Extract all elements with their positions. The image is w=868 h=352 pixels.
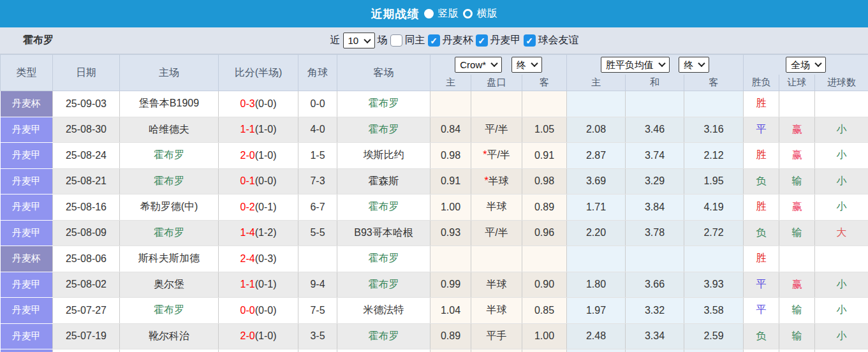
- table-row: 丹麦甲 25-08-21 霍布罗 0-1(0-0) 7-3 霍森斯 0.91 *…: [1, 168, 868, 194]
- avg-away-odds: 3.93: [684, 272, 744, 298]
- bookmaker-select[interactable]: Crow*: [455, 57, 502, 73]
- crow-away-odds: [522, 349, 567, 352]
- same-home-checkbox[interactable]: [390, 34, 402, 47]
- away-team: 霍布罗: [337, 272, 430, 298]
- average-select-wrap: 胜平负均值: [601, 57, 670, 73]
- match-date: 25-08-24: [53, 143, 120, 169]
- match-date: 25-08-09: [53, 220, 120, 246]
- league-badge: 丹麦甲: [1, 323, 53, 349]
- avg-draw-odds: 3.32: [626, 298, 684, 324]
- average-time-select[interactable]: 终: [679, 57, 709, 73]
- scope-select[interactable]: 全场: [786, 57, 826, 73]
- results-tbody: 丹麦杯 25-09-03 堡鲁本B1909 0-3(0-0) 0-0 霍布罗 胜…: [1, 91, 868, 352]
- away-team: 霍布罗: [337, 194, 430, 221]
- halftime-score: (1-0): [255, 330, 277, 341]
- score-cell: 0-2(0-1): [219, 194, 298, 221]
- handicap-text: 平/半: [485, 124, 508, 135]
- result-handicap: 赢: [779, 117, 815, 143]
- away-team: B93哥本哈根: [337, 220, 430, 246]
- bookmaker-time-select[interactable]: 终: [511, 57, 542, 73]
- avg-home-odds: 3.69: [567, 168, 626, 194]
- avg-away-odds: 3.58: [684, 298, 744, 324]
- halftime-score: (0-0): [255, 175, 277, 186]
- handicap-text: 平手: [487, 330, 507, 341]
- home-team: 希勒罗德(中): [120, 194, 219, 221]
- avg-home-odds: [567, 246, 626, 272]
- crow-handicap: [471, 246, 522, 272]
- score-cell: 1-1(1-0): [219, 117, 298, 143]
- sub-header-avg-home: 主: [567, 75, 626, 91]
- corner-score: 3-5: [298, 323, 337, 349]
- avg-draw-odds: 3.46: [626, 117, 684, 143]
- horizontal-layout-label[interactable]: 横版: [477, 7, 497, 20]
- away-team: 霍布罗: [337, 323, 430, 349]
- scope-select-wrap: 全场: [786, 57, 826, 73]
- average-time-select-wrap: 终: [679, 57, 709, 73]
- vertical-layout-radio[interactable]: [424, 9, 434, 18]
- result-goals: 小: [815, 272, 868, 298]
- result-goals: 小: [815, 143, 868, 169]
- result-wdl: 负: [744, 323, 779, 349]
- fulltime-score: 2-4: [240, 253, 255, 264]
- avg-draw-odds: 3.29: [626, 168, 684, 194]
- col-header-score: 比分(半场): [219, 55, 298, 91]
- avg-away-odds: 2.72: [684, 220, 744, 246]
- corner-score: 5-5: [298, 220, 337, 246]
- recent-count-select[interactable]: 10: [343, 33, 375, 48]
- result-handicap: 赢: [779, 272, 815, 298]
- avg-away-odds: 3.16: [684, 117, 744, 143]
- result-wdl: 负: [744, 220, 779, 246]
- crow-home-odds: 0.93: [430, 220, 471, 246]
- crow-away-odds: 0.89: [522, 194, 567, 221]
- league-badge: 丹麦杯: [1, 91, 53, 117]
- filters-group: 近 10 场 同主 ✓ 丹麦杯 ✓ 丹麦甲 ✓ 球会友谊: [328, 33, 582, 48]
- avg-home-odds: 1.71: [567, 194, 626, 221]
- home-team: 奥尔堡: [120, 272, 219, 298]
- home-team: 霍布罗: [120, 220, 219, 246]
- average-header-group: 胜平负均值 终: [567, 55, 744, 75]
- vertical-layout-label[interactable]: 竖版: [438, 7, 459, 20]
- result-goals: 小: [815, 168, 868, 194]
- match-date: 25-08-30: [53, 117, 120, 143]
- result-handicap: 赢: [779, 143, 815, 169]
- result-wdl: 平: [744, 117, 779, 143]
- crow-home-odds: 0.91: [430, 168, 471, 194]
- team-name: 霍布罗: [23, 34, 54, 47]
- crow-away-odds: 0.91: [522, 143, 567, 169]
- match-date: 25-08-21: [53, 168, 120, 194]
- crow-handicap: *平/半: [471, 143, 522, 169]
- crow-handicap: [471, 91, 522, 117]
- avg-home-odds: 2.20: [567, 220, 626, 246]
- avg-home-odds: 2.87: [567, 143, 626, 169]
- result-wdl: 胜: [744, 143, 779, 169]
- avg-draw-odds: 3.66: [626, 272, 684, 298]
- horizontal-layout-radio[interactable]: [463, 9, 473, 18]
- result-wdl: 胜: [744, 246, 779, 272]
- table-row: 丹麦甲 25-08-30 哈维德夫 1-1(1-0) 4-0 霍布罗 0.84 …: [1, 117, 868, 143]
- crow-home-odds: 0.99: [430, 272, 471, 298]
- filter-checkbox-friendly[interactable]: ✓: [524, 34, 536, 47]
- fulltime-score: 0-2: [240, 202, 255, 212]
- results-table: 类型 日期 主场 比分(半场) 角球 客场 Crow* 终 胜平负均值 终 全场…: [0, 54, 868, 352]
- col-header-date: 日期: [53, 55, 120, 91]
- average-select[interactable]: 胜平负均值: [601, 57, 670, 73]
- score-cell: 2-0(1-0): [219, 143, 298, 169]
- avg-draw-odds: 3.78: [626, 220, 684, 246]
- filter-checkbox-cup[interactable]: ✓: [428, 34, 440, 47]
- result-handicap: [779, 349, 815, 352]
- corner-score: 0-0: [298, 91, 337, 117]
- avg-draw-odds: [626, 91, 684, 117]
- result-goals: 大: [815, 220, 868, 246]
- crow-handicap: *半球: [471, 168, 522, 194]
- filter-checkbox-league[interactable]: ✓: [476, 34, 488, 47]
- crow-away-odds: 0.85: [522, 298, 567, 324]
- crow-away-odds: 1.05: [522, 117, 567, 143]
- match-date: [53, 349, 120, 352]
- result-handicap: 输: [779, 168, 815, 194]
- corner-score: 9-4: [298, 272, 337, 298]
- result-handicap: [779, 91, 815, 117]
- result-goals: [815, 91, 868, 117]
- crow-away-odds: [522, 246, 567, 272]
- result-goals: 小: [815, 323, 868, 349]
- avg-home-odds: 1.80: [567, 272, 626, 298]
